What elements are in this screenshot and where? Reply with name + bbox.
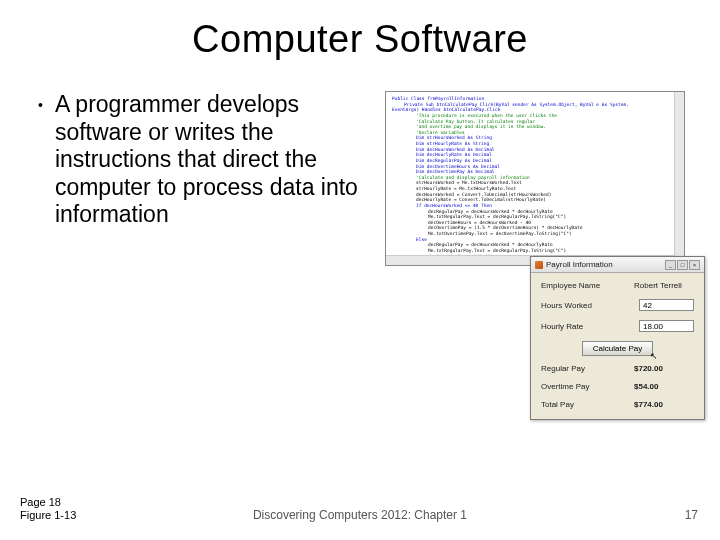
payroll-window: Payroll Information _ □ × Employee Name … [530, 256, 705, 420]
hourly-rate-input: 18.00 [639, 320, 694, 332]
slide-title: Computer Software [0, 18, 720, 61]
cursor-icon: ↖ [650, 351, 658, 361]
close-icon: × [689, 260, 700, 270]
footer-center: Discovering Computers 2012: Chapter 1 [0, 508, 720, 522]
image-column: Public Class frmPayrollInformation Priva… [385, 91, 695, 266]
bullet-item: • A programmer develops software or writ… [20, 91, 375, 229]
app-icon [535, 261, 543, 269]
hours-worked-label: Hours Worked [541, 301, 592, 310]
employee-name-label: Employee Name [541, 281, 600, 290]
scrollbar-vertical [674, 92, 684, 265]
payroll-body: Employee Name Robert Terrell Hours Worke… [531, 273, 704, 419]
code-editor-screenshot: Public Class frmPayrollInformation Priva… [385, 91, 685, 266]
total-pay-label: Total Pay [541, 400, 574, 409]
window-titlebar: Payroll Information _ □ × [531, 257, 704, 273]
page-reference: Page 18 [20, 496, 76, 509]
hourly-rate-label: Hourly Rate [541, 322, 583, 331]
regular-pay-label: Regular Pay [541, 364, 585, 373]
content-area: • A programmer develops software or writ… [0, 91, 720, 266]
window-title: Payroll Information [546, 260, 613, 269]
text-column: • A programmer develops software or writ… [20, 91, 385, 266]
regular-pay-value: $720.00 [634, 364, 694, 373]
employee-name-value: Robert Terrell [634, 281, 694, 290]
overtime-pay-value: $54.00 [634, 382, 694, 391]
total-pay-value: $774.00 [634, 400, 694, 409]
minimize-icon: _ [665, 260, 676, 270]
maximize-icon: □ [677, 260, 688, 270]
bullet-text: A programmer develops software or writes… [55, 91, 375, 229]
hours-worked-input: 42 [639, 299, 694, 311]
calculate-pay-button: Calculate Pay ↖ [582, 341, 653, 356]
bullet-dot-icon: • [38, 91, 43, 119]
overtime-pay-label: Overtime Pay [541, 382, 589, 391]
calculate-pay-label: Calculate Pay [593, 344, 642, 353]
slide-number: 17 [685, 508, 698, 522]
